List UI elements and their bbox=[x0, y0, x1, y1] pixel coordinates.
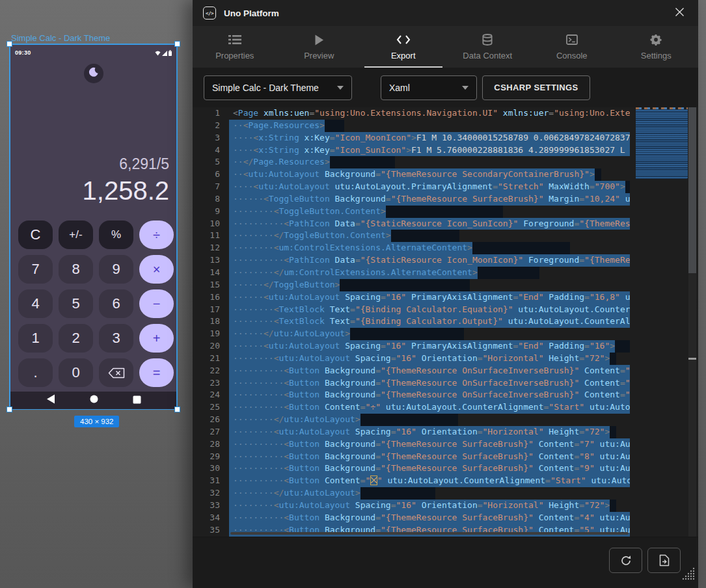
calculator-display: 6,291/5 1,258.2 bbox=[83, 155, 169, 206]
tab-label: Export bbox=[391, 51, 416, 60]
minimap[interactable] bbox=[636, 107, 688, 537]
home-icon[interactable] bbox=[89, 394, 99, 407]
app-logo-icon: </> bbox=[203, 7, 216, 20]
code-line: 16······<utu:AutoLayout Spacing="16" Pri… bbox=[193, 291, 630, 304]
battery-icon bbox=[169, 47, 172, 59]
calc-button-6[interactable]: 6 bbox=[99, 289, 133, 318]
code-editor[interactable]: 1<Page xmlns:uen="using:Uno.Extensions.N… bbox=[193, 107, 698, 537]
tab-data-context[interactable]: Data Context bbox=[446, 26, 530, 68]
code-line: 11········</ToggleButton.Content> bbox=[193, 230, 630, 242]
recents-icon[interactable] bbox=[133, 395, 141, 407]
theme-toggle-button[interactable] bbox=[84, 64, 103, 83]
line-number: 29 bbox=[193, 451, 229, 463]
calc-button-9[interactable]: 9 bbox=[99, 255, 133, 284]
calc-button-×[interactable]: × bbox=[139, 255, 174, 284]
calc-button-8[interactable]: 8 bbox=[59, 255, 93, 284]
theme-select[interactable]: Simple Calc - Dark Theme bbox=[204, 75, 352, 100]
tab-properties[interactable]: Properties bbox=[193, 26, 277, 68]
line-number: 34 bbox=[193, 512, 229, 524]
line-number: 7 bbox=[193, 181, 229, 193]
export-file-button[interactable] bbox=[647, 548, 681, 573]
close-icon bbox=[675, 7, 685, 20]
phone-statusbar: 09:30 bbox=[15, 47, 172, 59]
calc-button-7[interactable]: 7 bbox=[18, 255, 53, 284]
line-number: 31 bbox=[193, 475, 229, 487]
calc-button-5[interactable]: 5 bbox=[59, 289, 93, 318]
line-number: 21 bbox=[193, 353, 229, 365]
calc-button-+[interactable]: + bbox=[139, 324, 174, 353]
code-line: 8······<ToggleButton Background="{ThemeR… bbox=[193, 193, 630, 206]
artboard-label[interactable]: Simple Calc - Dark Theme bbox=[11, 33, 110, 43]
window-title: Uno Platform bbox=[224, 8, 279, 18]
calc-button-.[interactable]: . bbox=[18, 358, 53, 387]
code-line: 18········<TextBlock Text="{Binding Calc… bbox=[193, 315, 630, 328]
calculator-equation: 6,291/5 bbox=[83, 155, 169, 174]
line-number: 17 bbox=[193, 304, 229, 316]
code-line: 14········</um:ControlExtensions.Alterna… bbox=[193, 267, 630, 279]
vertical-scrollbar[interactable] bbox=[688, 107, 696, 537]
code-line: 17········<TextBlock Text="{Binding Calc… bbox=[193, 304, 630, 316]
calc-button-1[interactable]: 1 bbox=[18, 324, 53, 353]
calc-button-C[interactable]: C bbox=[18, 220, 53, 249]
tab-console[interactable]: Console bbox=[530, 26, 614, 68]
horizontal-scrollbar[interactable] bbox=[230, 532, 629, 535]
calc-button-÷[interactable]: ÷ bbox=[139, 220, 174, 249]
calc-button-0[interactable]: 0 bbox=[59, 358, 93, 387]
calc-button-+/-[interactable]: +/- bbox=[59, 220, 93, 249]
chevron-down-icon bbox=[337, 86, 344, 90]
calc-button-4[interactable]: 4 bbox=[18, 289, 53, 318]
line-number: 32 bbox=[193, 487, 229, 500]
line-number: 14 bbox=[193, 267, 229, 279]
code-line: 28··········<Button Background="{ThemeRe… bbox=[193, 438, 630, 451]
selection-handle-top-right[interactable] bbox=[174, 41, 180, 47]
code-line: 4····<x:String x:Key="Icon_SunIcon">F1 M… bbox=[193, 144, 630, 157]
selection-handle-bottom-left[interactable] bbox=[7, 407, 12, 412]
tab-settings[interactable]: Settings bbox=[614, 26, 699, 68]
code-line: 2··<Page.Resources> bbox=[193, 120, 630, 132]
calc-button-2[interactable]: 2 bbox=[59, 324, 93, 353]
line-number: 25 bbox=[193, 401, 229, 414]
calc-button-=[interactable]: = bbox=[139, 358, 174, 387]
calc-button-3[interactable]: 3 bbox=[99, 324, 133, 353]
play-icon bbox=[314, 33, 324, 46]
tab-preview[interactable]: Preview bbox=[277, 26, 362, 68]
selection-handle-top-left[interactable] bbox=[7, 41, 12, 47]
line-number: 1 bbox=[193, 107, 229, 120]
code-line: 22··········<Button Background="{ThemeRe… bbox=[193, 365, 630, 377]
phone-artboard[interactable]: 09:30 6,291/5 1,258.2 C+/-%÷789×456−123+… bbox=[9, 44, 178, 410]
refresh-button[interactable] bbox=[609, 548, 642, 573]
calc-button-%[interactable]: % bbox=[99, 220, 133, 249]
tab-label: Console bbox=[556, 51, 588, 60]
selection-handle-bottom-right[interactable] bbox=[174, 407, 180, 412]
line-number: 6 bbox=[193, 168, 229, 181]
csharp-settings-button[interactable]: CSHARP SETTINGS bbox=[482, 75, 590, 100]
resize-grip-icon[interactable] bbox=[681, 566, 696, 584]
close-button[interactable] bbox=[671, 5, 688, 21]
code-line: 15······</ToggleButton> bbox=[193, 279, 630, 291]
calc-button-backspace[interactable] bbox=[99, 358, 133, 387]
line-number: 22 bbox=[193, 365, 229, 377]
code-line: 33········<utu:AutoLayout Spacing="16" O… bbox=[193, 500, 630, 512]
database-icon bbox=[482, 33, 493, 46]
line-number: 10 bbox=[193, 218, 229, 230]
calc-button-−[interactable]: − bbox=[139, 289, 174, 318]
tab-label: Settings bbox=[641, 51, 672, 60]
back-icon[interactable] bbox=[46, 394, 55, 407]
tab-label: Properties bbox=[215, 51, 254, 60]
code-line: 20······<utu:AutoLayout Spacing="16" Pri… bbox=[193, 340, 630, 353]
code-line: 27········<utu:AutoLayout Spacing="16" O… bbox=[193, 426, 630, 438]
format-select[interactable]: Xaml bbox=[381, 75, 477, 100]
window-titlebar[interactable]: </> Uno Platform bbox=[193, 0, 698, 26]
tab-export[interactable]: Export bbox=[361, 26, 446, 68]
code-line: 6··<utu:AutoLayout Background="{ThemeRes… bbox=[193, 168, 630, 181]
code-icon bbox=[396, 33, 411, 46]
code-line: 19······</utu:AutoLayout> bbox=[193, 328, 630, 340]
scrollbar-thumb[interactable] bbox=[688, 107, 696, 273]
code-line: 1<Page xmlns:uen="using:Uno.Extensions.N… bbox=[193, 107, 630, 120]
code-line: 10··········<PathIcon Data="{StaticResou… bbox=[193, 218, 630, 230]
line-number: 24 bbox=[193, 389, 229, 401]
code-line: 29··········<Button Background="{ThemeRe… bbox=[193, 451, 630, 463]
line-number: 15 bbox=[193, 279, 229, 291]
artboard-size-badge: 430 × 932 bbox=[74, 416, 119, 427]
chevron-down-icon bbox=[462, 86, 468, 90]
